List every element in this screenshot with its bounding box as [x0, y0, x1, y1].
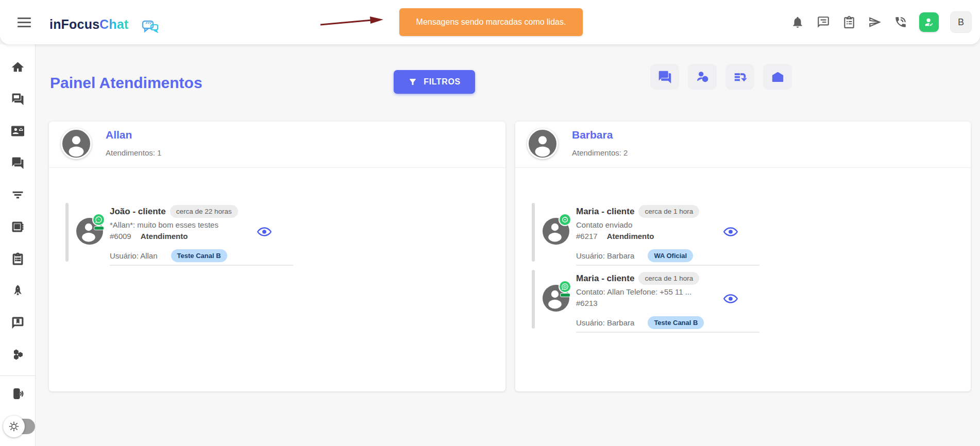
- last-message: Contato: Allan Telefone: +55 11 ...: [576, 287, 691, 296]
- ticket-user: Usuário: Barbara: [576, 318, 634, 327]
- app-header: inFocusChat Mensagens sendo marcadas com…: [0, 0, 980, 44]
- notifications-icon[interactable]: [790, 15, 805, 29]
- whatsapp-badge: [559, 280, 571, 293]
- phone-in-talk-icon[interactable]: [893, 15, 908, 29]
- sidebar-item-chats[interactable]: [0, 83, 35, 115]
- ticket-joao[interactable]: João - cliente cerca de 22 horas *Allan*…: [49, 203, 505, 263]
- sidebar: [0, 44, 36, 446]
- contact-name: Maria - cliente: [576, 273, 634, 284]
- ticket-id: #6009: [110, 232, 131, 241]
- wa-official-icon: [561, 216, 569, 224]
- agent-check-icon: [923, 16, 935, 28]
- header-actions: B: [790, 0, 972, 44]
- ticket-accent-bar: [65, 203, 69, 262]
- sidebar-item-board[interactable]: [0, 211, 35, 243]
- status-banner: Mensagens sendo marcadas como lidas.: [399, 8, 583, 36]
- contact-name: Maria - cliente: [576, 207, 634, 217]
- contact-name: João - cliente: [110, 207, 166, 217]
- agent-avatar: [527, 128, 558, 159]
- ticket-divider: [110, 265, 293, 266]
- agent-check-button[interactable]: [919, 12, 939, 32]
- send-icon[interactable]: [868, 15, 882, 29]
- last-message: *Allan*: muito bom esses testes: [110, 220, 218, 229]
- panel-actions: [650, 64, 792, 90]
- sidebar-item-tasks[interactable]: [0, 243, 35, 275]
- sidebar-item-conversations[interactable]: [0, 147, 35, 179]
- queue-transfer-button[interactable]: [725, 64, 754, 90]
- whatsapp-mini-tag: [560, 293, 570, 297]
- theme-knob: [3, 416, 25, 437]
- mail-icon: [771, 70, 785, 84]
- ticket-maria-1[interactable]: Maria - cliente cerca de 1 hora Contato …: [515, 203, 971, 263]
- conversations-view-button[interactable]: [650, 64, 679, 90]
- home-icon: [11, 61, 24, 74]
- chat-bookmark-icon: [11, 316, 24, 329]
- ticket-queue: Atendimento: [607, 232, 654, 241]
- agent-card-allan: Allan Atendimentos: 1 João - cliente cer…: [49, 122, 505, 391]
- brightness-gear-icon: [8, 421, 20, 432]
- sidebar-item-contacts[interactable]: [0, 115, 35, 147]
- time-chip: cerca de 22 horas: [170, 205, 238, 218]
- sidebar-item-connections[interactable]: [0, 379, 35, 408]
- conversations-icon: [658, 70, 672, 84]
- sidebar-divider: [0, 375, 35, 376]
- queue-transfer-icon: [733, 70, 747, 84]
- clipboard-list-icon: [11, 252, 24, 265]
- sidebar-item-integrations[interactable]: [0, 338, 35, 370]
- sidebar-item-home[interactable]: [0, 51, 35, 83]
- agent-card-barbara: Barbara Atendimentos: 2 Maria - cliente …: [515, 122, 971, 391]
- ticket-list: Maria - cliente cerca de 1 hora Contato …: [515, 168, 971, 330]
- chat-icon[interactable]: [816, 15, 831, 29]
- mail-button[interactable]: [763, 64, 792, 90]
- whatsapp-badge: [92, 213, 105, 226]
- agent-count: Atendimentos: 1: [106, 148, 161, 157]
- ticket-list: João - cliente cerca de 22 horas *Allan*…: [49, 168, 505, 263]
- channel-chip: Teste Canal B: [171, 249, 227, 262]
- time-chip: cerca de 1 hora: [638, 205, 699, 218]
- agent-card-header: Allan Atendimentos: 1: [49, 122, 505, 168]
- person-icon: [62, 130, 90, 158]
- theme-toggle[interactable]: [12, 419, 35, 434]
- contact-card-icon: [11, 125, 24, 138]
- wa-official-badge: [559, 213, 571, 226]
- ticket-divider: [576, 332, 759, 333]
- whatsapp-mini-tag: [94, 226, 104, 230]
- agent-name: Barbara: [572, 129, 613, 141]
- sidebar-item-quick-messages[interactable]: [0, 306, 35, 338]
- menu-icon[interactable]: [18, 15, 33, 29]
- tasks-clipboard-icon[interactable]: [842, 15, 856, 29]
- ticket-user: Usuário: Allan: [110, 251, 158, 260]
- board-icon: [11, 220, 24, 233]
- funnel-icon: [408, 77, 417, 87]
- phone-signal-icon: [11, 387, 24, 400]
- person-icon: [529, 130, 556, 158]
- whatsapp-icon: [95, 216, 103, 224]
- whatsapp-icon: [561, 283, 569, 290]
- logo-part1: inFocus: [49, 17, 99, 31]
- ticket-accent-bar: [532, 270, 535, 329]
- user-clock-icon: [696, 70, 709, 84]
- sidebar-item-campaigns[interactable]: [0, 275, 35, 306]
- time-chip: cerca de 1 hora: [638, 272, 699, 285]
- sidebar-item-filters[interactable]: [0, 179, 35, 211]
- hexagons-icon: [11, 348, 24, 361]
- channel-chip: WA Oficial: [648, 249, 693, 262]
- chats-filled-icon: [11, 157, 24, 169]
- user-avatar-button[interactable]: B: [950, 11, 972, 33]
- user-waiting-button[interactable]: [688, 64, 717, 90]
- view-ticket-eye-icon[interactable]: [723, 293, 738, 305]
- ticket-id: #6217: [576, 232, 598, 241]
- ticket-divider: [576, 265, 759, 266]
- ticket-maria-2[interactable]: Maria - cliente cerca de 1 hora Contato:…: [515, 270, 971, 330]
- app-logo: inFocusChat: [49, 17, 129, 32]
- last-message: Contato enviado: [576, 220, 632, 229]
- logo-chat-bubbles-icon: [136, 20, 159, 36]
- filter-list-icon: [11, 188, 24, 201]
- agent-name: Allan: [106, 129, 132, 141]
- ticket-user: Usuário: Barbara: [576, 251, 634, 260]
- view-ticket-eye-icon[interactable]: [723, 226, 738, 238]
- view-ticket-eye-icon[interactable]: [257, 226, 272, 238]
- ticket-id: #6213: [576, 299, 598, 307]
- filters-label: FILTROS: [424, 77, 460, 87]
- filters-button[interactable]: FILTROS: [394, 70, 475, 94]
